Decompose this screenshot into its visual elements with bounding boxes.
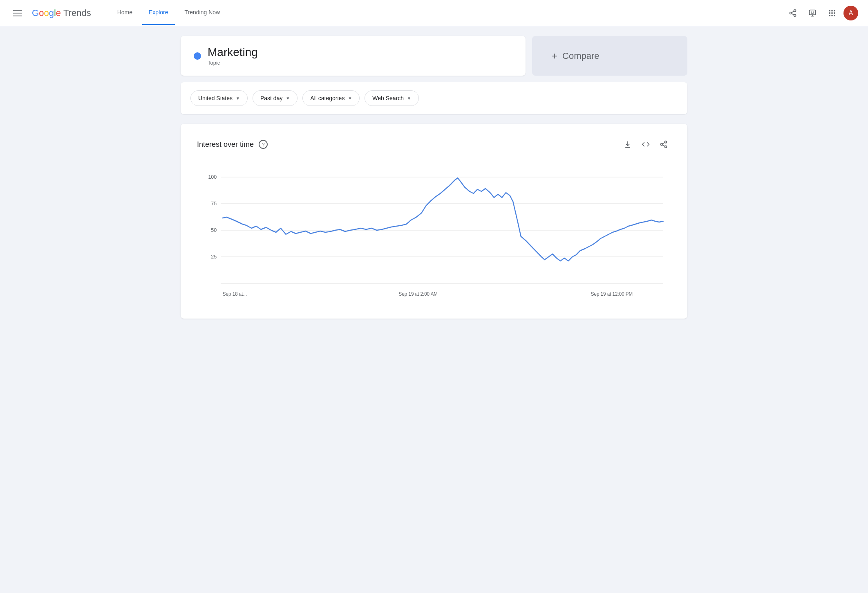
svg-line-4 (792, 11, 794, 12)
chevron-down-icon: ▼ (348, 96, 352, 101)
svg-text:Sep 18 at...: Sep 18 at... (223, 291, 247, 297)
filter-region[interactable]: United States ▼ (190, 90, 248, 106)
svg-rect-14 (831, 12, 832, 13)
term-info: Marketing Topic (208, 46, 258, 66)
app-header: Google Trends Home Explore Trending Now (0, 0, 868, 26)
svg-rect-15 (834, 12, 835, 13)
chart-header: Interest over time ? (197, 137, 671, 152)
term-type: Topic (208, 60, 258, 66)
share-button[interactable] (785, 5, 801, 21)
main-content: Marketing Topic + Compare United States … (148, 26, 720, 328)
svg-text:Sep 19 at 12:00 PM: Sep 19 at 12:00 PM (591, 291, 633, 297)
svg-point-20 (665, 141, 667, 143)
interest-over-time-chart: 100 75 50 25 Sep 18 at... Sep 19 at 2:00… (197, 165, 671, 304)
filter-type-label: Web Search (372, 95, 404, 101)
share-chart-icon (660, 140, 668, 148)
trends-wordmark: Trends (63, 8, 91, 18)
svg-line-23 (662, 145, 665, 146)
svg-rect-10 (829, 10, 830, 11)
embed-icon (642, 140, 650, 148)
feedback-button[interactable] (804, 5, 821, 21)
filter-row: United States ▼ Past day ▼ All categorie… (181, 82, 687, 114)
share-chart-button[interactable] (656, 137, 671, 152)
chevron-down-icon: ▼ (286, 96, 290, 101)
svg-text:75: 75 (211, 200, 217, 207)
chevron-down-icon: ▼ (236, 96, 240, 101)
compare-label: Compare (562, 51, 599, 61)
nav-trending-now[interactable]: Trending Now (178, 1, 227, 25)
term-name: Marketing (208, 46, 258, 59)
svg-point-2 (794, 14, 796, 16)
svg-point-1 (790, 12, 792, 14)
share-icon (789, 9, 797, 17)
header-left: Google Trends (10, 7, 91, 20)
logo[interactable]: Google Trends (32, 8, 91, 18)
download-icon (624, 140, 632, 148)
svg-point-21 (661, 144, 663, 146)
chart-actions (620, 137, 671, 152)
svg-line-24 (662, 142, 665, 144)
chart-title: Interest over time (197, 140, 254, 149)
apps-button[interactable] (824, 5, 840, 21)
svg-rect-17 (831, 15, 832, 16)
svg-line-3 (792, 13, 794, 15)
avatar[interactable]: A (843, 6, 858, 20)
main-nav: Home Explore Trending Now (111, 1, 785, 25)
search-term-card: Marketing Topic (181, 36, 526, 76)
compare-card[interactable]: + Compare (532, 36, 687, 76)
chart-container: 100 75 50 25 Sep 18 at... Sep 19 at 2:00… (197, 165, 671, 305)
svg-rect-18 (834, 15, 835, 16)
chart-title-row: Interest over time ? (197, 140, 268, 149)
svg-rect-16 (829, 15, 830, 16)
filter-type[interactable]: Web Search ▼ (365, 90, 419, 106)
svg-text:100: 100 (208, 174, 217, 180)
google-wordmark: Google (32, 8, 61, 18)
help-icon[interactable]: ? (259, 140, 268, 149)
svg-text:25: 25 (211, 254, 217, 260)
filter-region-label: United States (198, 95, 233, 101)
filter-category-label: All categories (310, 95, 345, 101)
svg-text:50: 50 (211, 227, 217, 233)
svg-rect-11 (831, 10, 832, 11)
nav-explore[interactable]: Explore (142, 1, 174, 25)
search-row: Marketing Topic + Compare (181, 36, 687, 76)
apps-icon (828, 9, 836, 17)
svg-text:Sep 19 at 2:00 AM: Sep 19 at 2:00 AM (399, 291, 438, 297)
term-dot (194, 52, 201, 60)
svg-rect-12 (834, 10, 835, 11)
svg-point-0 (794, 9, 796, 11)
chevron-down-icon: ▼ (407, 96, 411, 101)
svg-point-22 (665, 146, 667, 148)
nav-home[interactable]: Home (111, 1, 139, 25)
feedback-icon (808, 9, 817, 17)
menu-icon[interactable] (10, 7, 25, 20)
svg-rect-13 (829, 12, 830, 13)
download-button[interactable] (620, 137, 635, 152)
header-actions: A (785, 5, 858, 21)
embed-button[interactable] (638, 137, 653, 152)
filter-time[interactable]: Past day ▼ (253, 90, 298, 106)
compare-plus-icon: + (552, 50, 557, 62)
chart-card: Interest over time ? (181, 124, 687, 319)
filter-category[interactable]: All categories ▼ (302, 90, 360, 106)
filter-time-label: Past day (260, 95, 282, 101)
